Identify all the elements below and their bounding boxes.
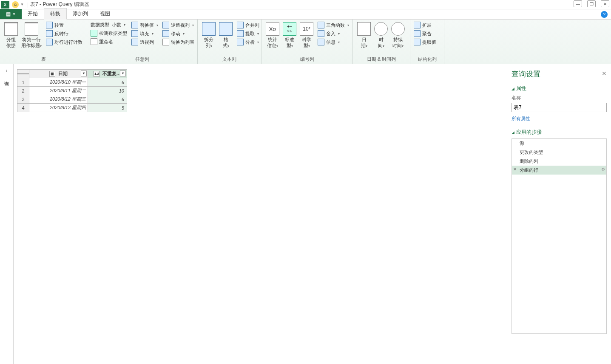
cell-value[interactable]: 6: [88, 78, 127, 87]
move-button[interactable]: 移动▾: [162, 30, 195, 37]
fill-button[interactable]: 填充▾: [131, 30, 159, 37]
reverse-rows-button[interactable]: 反转行: [45, 30, 83, 37]
format-button[interactable]: 格 式▾: [217, 21, 234, 50]
statistics-button[interactable]: Xσ 统计 信息▾: [264, 21, 281, 50]
extract-button[interactable]: 提取▾: [236, 30, 260, 37]
calendar-icon: [357, 22, 371, 36]
properties-section-header[interactable]: ◢ 属性: [512, 85, 607, 92]
reverse-rows-icon: [46, 30, 53, 37]
count-rows-icon: [46, 39, 53, 45]
close-panel-button[interactable]: ✕: [602, 70, 607, 77]
collapse-triangle-icon: ◢: [512, 87, 514, 91]
cell-value[interactable]: 10: [88, 87, 127, 95]
tab-home[interactable]: 开始: [22, 8, 44, 19]
use-first-row-headers-button[interactable]: 将第一行 用作标题▾: [20, 21, 43, 50]
cell-value[interactable]: 5: [88, 104, 127, 112]
detect-type-button[interactable]: 检测数据类型: [90, 29, 128, 37]
duration-button[interactable]: 持续 时间▾: [389, 21, 406, 50]
merge-icon: [237, 22, 244, 28]
data-type-button[interactable]: 数据类型: 小数▾: [90, 21, 128, 28]
move-icon: [162, 30, 169, 37]
rename-button[interactable]: 重命名: [90, 38, 128, 45]
queries-navigation-rail[interactable]: › 查询: [0, 64, 14, 364]
separator: |: [26, 2, 28, 8]
statistics-icon: Xσ: [266, 22, 279, 36]
column-header-distinct[interactable]: 1.2 不重复… ▾: [88, 70, 127, 78]
expand-button[interactable]: 扩展: [413, 21, 437, 29]
cell-date[interactable]: 2020/8/12 星期三: [29, 95, 88, 104]
extract-value-button[interactable]: 提取值: [413, 38, 437, 46]
rename-icon: [91, 38, 97, 45]
filter-dropdown-icon[interactable]: ▾: [81, 71, 87, 76]
close-button[interactable]: ✕: [601, 0, 609, 7]
group-label-any-column: 任意列: [87, 55, 197, 64]
decimal-type-icon[interactable]: 1.2: [94, 71, 99, 77]
time-button[interactable]: 时 间▾: [372, 21, 389, 50]
delete-step-icon[interactable]: ✕: [513, 167, 517, 172]
table-row[interactable]: 1 2020/8/10 星期一 6: [17, 78, 127, 87]
tab-transform[interactable]: 转换: [44, 8, 67, 20]
scientific-icon: 10²: [300, 22, 313, 36]
trig-button[interactable]: 三角函数▾: [317, 21, 350, 29]
date-type-icon[interactable]: ▦: [49, 71, 55, 77]
cell-date[interactable]: 2020/8/10 星期一: [29, 78, 88, 87]
date-button[interactable]: 日 期▾: [355, 21, 372, 50]
table-row[interactable]: 2 2020/8/11 星期二 10: [17, 87, 127, 95]
step-grouped-rows[interactable]: ✕ 分组的行 ⚙: [512, 166, 606, 175]
parse-button[interactable]: 分析▾: [236, 38, 260, 46]
count-rows-button[interactable]: 对行进行计数: [45, 38, 83, 46]
group-by-button[interactable]: 分组 依据: [3, 21, 20, 49]
table-icon: [17, 73, 29, 74]
filter-dropdown-icon[interactable]: ▾: [120, 71, 126, 76]
help-icon[interactable]: ?: [601, 11, 608, 18]
unpivot-button[interactable]: 逆透视列▾: [162, 21, 195, 29]
group-by-icon: [4, 22, 18, 36]
cell-date[interactable]: 2020/8/13 星期四: [29, 104, 88, 112]
smile-icon[interactable]: ☺: [12, 1, 19, 8]
row-number[interactable]: 3: [17, 95, 29, 104]
file-menu-button[interactable]: ▤ ▼: [0, 9, 22, 19]
pivot-icon: [131, 39, 138, 45]
maximize-button[interactable]: ❐: [587, 0, 596, 7]
cell-value[interactable]: 6: [88, 95, 127, 104]
fill-icon: [131, 30, 138, 37]
replace-values-button[interactable]: 替换值▾: [131, 21, 159, 29]
step-removed-columns[interactable]: 删除的列: [512, 157, 606, 166]
collapse-triangle-icon: ◢: [512, 130, 514, 135]
cell-date[interactable]: 2020/8/11 星期二: [29, 87, 88, 95]
row-number[interactable]: 2: [17, 87, 29, 95]
rounding-button[interactable]: 舍入▾: [317, 30, 350, 37]
table-corner[interactable]: [17, 70, 29, 78]
ribbon: 分组 依据 将第一行 用作标题▾ 转置 反转行 对行进行计数 表 数据类型: 小…: [0, 20, 611, 64]
step-source[interactable]: 源: [512, 139, 606, 148]
transpose-button[interactable]: 转置: [45, 21, 83, 29]
query-name-input[interactable]: [512, 103, 607, 112]
step-changed-type[interactable]: 更改的类型: [512, 148, 606, 157]
rounding-icon: [318, 30, 324, 37]
group-label-structured-column: 结构化列: [410, 55, 444, 64]
gear-icon[interactable]: ⚙: [601, 167, 605, 172]
table-row[interactable]: 3 2020/8/12 星期三 6: [17, 95, 127, 104]
settings-title: 查询设置: [512, 69, 607, 79]
split-column-button[interactable]: 拆分 列▾: [200, 21, 217, 50]
tab-view[interactable]: 视图: [94, 8, 116, 19]
pivot-button[interactable]: 透视列: [131, 38, 159, 46]
minimize-button[interactable]: —: [574, 0, 582, 7]
convert-list-button[interactable]: 转换为列表: [162, 38, 195, 46]
qat-dropdown-icon[interactable]: ▼: [20, 3, 24, 6]
menu-tabs: ▤ ▼ 开始 转换 添加列 视图 ?: [0, 9, 611, 20]
row-number[interactable]: 1: [17, 78, 29, 87]
merge-columns-button[interactable]: 合并列: [236, 21, 260, 29]
column-header-date[interactable]: ▦ 日期 ▾: [29, 70, 88, 78]
table-row[interactable]: 4 2020/8/13 星期四 5: [17, 104, 127, 112]
standard-button[interactable]: +−×÷ 标准 型▾: [281, 21, 298, 50]
tab-add-column[interactable]: 添加列: [67, 8, 94, 19]
aggregate-button[interactable]: 聚合: [413, 30, 437, 37]
row-number[interactable]: 4: [17, 104, 29, 112]
chevron-right-icon[interactable]: ›: [6, 68, 8, 73]
applied-steps-section-header[interactable]: ◢ 应用的步骤: [512, 129, 607, 136]
all-properties-link[interactable]: 所有属性: [512, 116, 607, 122]
scientific-button[interactable]: 10² 科学 型▾: [298, 21, 315, 50]
extract-icon: [237, 30, 244, 37]
information-button[interactable]: 信息▾: [317, 38, 350, 46]
